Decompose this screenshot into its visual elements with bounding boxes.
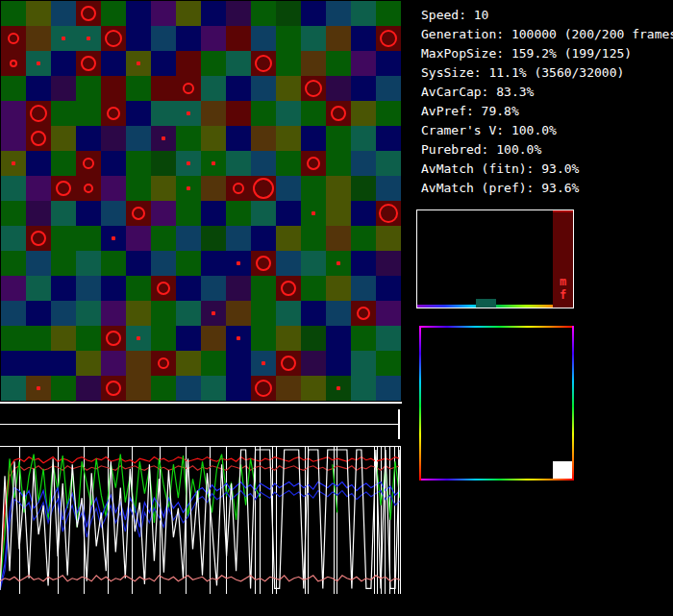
grid-cell — [226, 76, 251, 101]
grid-cell — [226, 276, 251, 301]
grid-cell — [351, 126, 376, 151]
grid-cell — [201, 376, 226, 401]
stat-line: AvMatch (fitn): 93.0% — [421, 160, 673, 179]
grid-cell — [151, 376, 176, 401]
grid-cell — [51, 101, 76, 126]
agent-circle — [281, 356, 296, 371]
grid-cell — [151, 101, 176, 126]
grid-cell — [251, 101, 276, 126]
stat-line: Generation: 100000 (200/200 frames) — [421, 25, 673, 44]
grid-cell — [301, 351, 326, 376]
grid-cell — [201, 51, 226, 76]
grid-cell — [276, 126, 301, 151]
grid-cell — [351, 26, 376, 51]
grid-cell — [326, 276, 351, 301]
agent-dot — [112, 236, 115, 240]
agent-circle — [157, 282, 170, 295]
grid-cell — [176, 326, 201, 351]
agent-circle — [106, 331, 121, 346]
stat-line: AvPref: 79.8% — [421, 102, 673, 121]
agent-dot — [237, 336, 240, 340]
grid-cell — [176, 376, 201, 401]
grid-cell — [226, 301, 251, 326]
grid-cell — [51, 126, 76, 151]
agent-circle — [83, 158, 94, 169]
agent-dot — [187, 111, 190, 115]
grid-cell — [101, 351, 126, 376]
grid-cell — [276, 376, 301, 401]
agent-dot — [212, 161, 215, 165]
grid-cell — [301, 51, 326, 76]
grid-cell — [326, 1, 351, 26]
agent-dot — [187, 186, 190, 190]
grid-cell — [101, 201, 126, 226]
grid-cell — [226, 226, 251, 251]
grid-cell — [126, 251, 151, 276]
grid-cell — [326, 301, 351, 326]
grid-cell — [301, 176, 326, 201]
grid-cell — [276, 176, 301, 201]
agent-circle — [233, 183, 244, 194]
agent-circle — [305, 80, 322, 97]
grid-cell — [301, 251, 326, 276]
grid-cell — [76, 201, 101, 226]
grid-cell — [151, 176, 176, 201]
grid-cell — [176, 1, 201, 26]
grid-cell — [151, 226, 176, 251]
grid-cell — [276, 76, 301, 101]
simulation-app: Speed: 10Generation: 100000 (200/200 fra… — [0, 0, 673, 616]
grid-cell — [101, 76, 126, 101]
grid-cell — [26, 301, 51, 326]
grid-cell — [351, 101, 376, 126]
grid-cell — [251, 151, 276, 176]
grid-cell — [51, 376, 76, 401]
grid-cell — [226, 1, 251, 26]
grid-cell — [1, 176, 26, 201]
agent-dot — [87, 37, 90, 40]
hue-border-right — [572, 326, 574, 480]
grid-cell — [201, 126, 226, 151]
grid-cell — [276, 201, 301, 226]
grid-cell — [151, 301, 176, 326]
grid-cell — [1, 101, 26, 126]
grid-cell — [351, 201, 376, 226]
grid-cell — [351, 326, 376, 351]
agent-circle — [183, 83, 194, 94]
agent-circle — [30, 105, 47, 122]
grid-cell — [251, 201, 276, 226]
grid-cell — [151, 26, 176, 51]
grid-cell — [276, 226, 301, 251]
grid-cell — [351, 351, 376, 376]
mf-bar-cap — [553, 210, 573, 212]
grid-cell — [276, 1, 301, 26]
grid-cell — [201, 276, 226, 301]
agent-circle — [56, 181, 71, 196]
grid-cell — [351, 1, 376, 26]
agent-circle — [84, 184, 93, 193]
agent-circle — [158, 357, 169, 369]
hue-border-left — [419, 326, 421, 480]
grid-cell — [201, 326, 226, 351]
world-grid[interactable] — [1, 1, 401, 401]
grid-cell — [101, 251, 126, 276]
grid-cell — [126, 226, 151, 251]
agent-circle — [255, 380, 272, 397]
agent-circle — [357, 307, 370, 320]
grid-cell — [376, 76, 401, 101]
grid-cell — [351, 226, 376, 251]
grid-cell — [376, 301, 401, 326]
series-pink — [0, 576, 400, 581]
grid-cell — [176, 251, 201, 276]
mf-bar-label: m f — [553, 275, 573, 302]
grid-cell — [101, 301, 126, 326]
grid-cell — [251, 76, 276, 101]
grid-cell — [76, 76, 101, 101]
grid-cell — [376, 1, 401, 26]
grid-cell — [301, 101, 326, 126]
grid-cell — [351, 76, 376, 101]
grid-cell — [151, 1, 176, 26]
grid-cell — [201, 226, 226, 251]
agent-dot — [37, 386, 40, 390]
agent-circle — [8, 33, 19, 44]
grid-cell — [276, 51, 301, 76]
